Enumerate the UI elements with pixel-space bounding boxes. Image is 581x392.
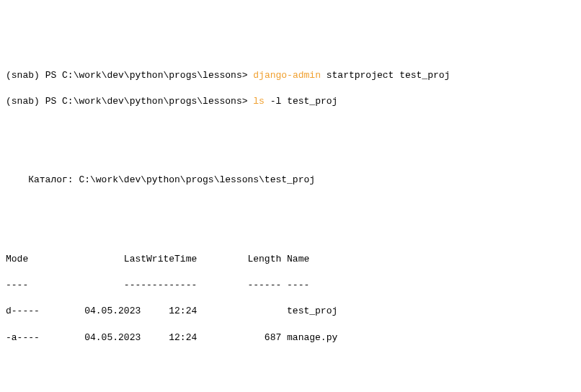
prompt-env: (snab): [6, 70, 40, 81]
command-line-1[interactable]: (snab) PS C:\work\dev\python\progs\lesso…: [6, 69, 575, 82]
prompt-path: C:\work\dev\python\progs\lessons>: [62, 70, 247, 81]
terminal-output: (snab) PS C:\work\dev\python\progs\lesso…: [6, 56, 575, 392]
listing1-divider: ---- ------------- ------ ----: [6, 279, 575, 292]
prompt-shell: PS: [45, 70, 57, 81]
prompt-shell: PS: [45, 96, 57, 107]
listing1-header: Mode LastWriteTime Length Name: [6, 253, 575, 266]
cmd2-rest: -l test_proj: [265, 96, 337, 107]
cmd1-rest: startproject test_proj: [321, 70, 450, 81]
table-row: -a---- 04.05.2023 12:24 687 manage.py: [6, 331, 575, 344]
prompt-env: (snab): [6, 96, 40, 107]
cmd2-highlight: ls: [253, 96, 265, 107]
command-line-2[interactable]: (snab) PS C:\work\dev\python\progs\lesso…: [6, 95, 575, 108]
prompt-path: C:\work\dev\python\progs\lessons>: [62, 96, 247, 107]
cmd1-highlight: django-admin: [253, 70, 321, 81]
listing1-dir-label: Каталог: C:\work\dev\python\progs\lesson…: [6, 174, 575, 187]
table-row: d----- 04.05.2023 12:24 test_proj: [6, 305, 575, 318]
